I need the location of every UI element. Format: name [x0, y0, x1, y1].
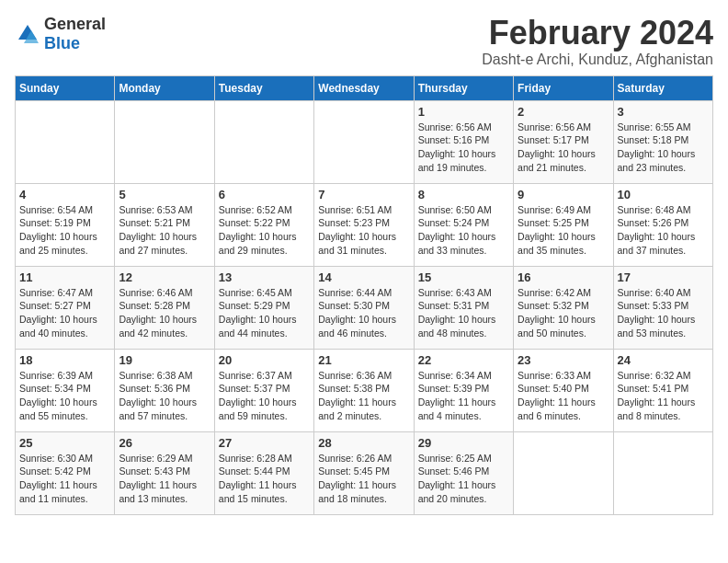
weekday-header-cell: Wednesday: [314, 75, 414, 100]
calendar-day-cell: 5Sunrise: 6:53 AMSunset: 5:21 PMDaylight…: [115, 183, 214, 266]
weekday-header-cell: Thursday: [414, 75, 513, 100]
weekday-header-cell: Friday: [514, 75, 613, 100]
calendar-day-cell: 23Sunrise: 6:33 AMSunset: 5:40 PMDayligh…: [514, 349, 613, 431]
day-info: Sunrise: 6:42 AMSunset: 5:32 PMDaylight:…: [518, 286, 609, 340]
day-number: 22: [418, 353, 509, 367]
day-info: Sunrise: 6:45 AMSunset: 5:29 PMDaylight:…: [219, 286, 310, 340]
day-info: Sunrise: 6:29 AMSunset: 5:43 PMDaylight:…: [119, 452, 210, 506]
day-info: Sunrise: 6:39 AMSunset: 5:34 PMDaylight:…: [19, 369, 110, 423]
day-number: 17: [618, 270, 709, 284]
day-number: 7: [318, 188, 409, 201]
day-info: Sunrise: 6:56 AMSunset: 5:16 PMDaylight:…: [418, 121, 509, 175]
calendar-body: 1Sunrise: 6:56 AMSunset: 5:16 PMDaylight…: [16, 100, 713, 514]
day-info: Sunrise: 6:37 AMSunset: 5:37 PMDaylight:…: [219, 369, 310, 423]
day-number: 11: [19, 270, 110, 284]
weekday-header-cell: Monday: [115, 75, 214, 100]
calendar-day-cell: 14Sunrise: 6:44 AMSunset: 5:30 PMDayligh…: [314, 266, 414, 349]
day-number: 6: [219, 188, 310, 201]
day-number: 23: [518, 353, 609, 367]
calendar-day-cell: 8Sunrise: 6:50 AMSunset: 5:24 PMDaylight…: [414, 183, 513, 266]
day-info: Sunrise: 6:36 AMSunset: 5:38 PMDaylight:…: [318, 369, 409, 423]
title-block: February 2024 Dasht-e Archi, Kunduz, Afg…: [482, 15, 713, 68]
day-number: 8: [418, 188, 509, 201]
calendar-day-cell: 7Sunrise: 6:51 AMSunset: 5:23 PMDaylight…: [314, 183, 414, 266]
calendar-day-cell: 3Sunrise: 6:55 AMSunset: 5:18 PMDaylight…: [613, 100, 712, 183]
day-number: 10: [618, 188, 709, 201]
day-info: Sunrise: 6:25 AMSunset: 5:46 PMDaylight:…: [418, 452, 509, 506]
day-info: Sunrise: 6:46 AMSunset: 5:28 PMDaylight:…: [119, 286, 210, 340]
day-number: 16: [518, 270, 609, 284]
calendar-day-cell: 1Sunrise: 6:56 AMSunset: 5:16 PMDaylight…: [414, 100, 513, 183]
day-info: Sunrise: 6:33 AMSunset: 5:40 PMDaylight:…: [518, 369, 609, 423]
day-number: 21: [318, 353, 409, 367]
day-info: Sunrise: 6:32 AMSunset: 5:41 PMDaylight:…: [618, 369, 709, 423]
day-number: 27: [219, 436, 310, 450]
calendar-day-cell: 27Sunrise: 6:28 AMSunset: 5:44 PMDayligh…: [214, 431, 313, 514]
calendar-day-cell: 25Sunrise: 6:30 AMSunset: 5:42 PMDayligh…: [16, 431, 115, 514]
day-number: 2: [518, 105, 609, 119]
calendar-day-cell: 20Sunrise: 6:37 AMSunset: 5:37 PMDayligh…: [214, 349, 313, 431]
day-number: 15: [418, 270, 509, 284]
calendar-day-cell: [314, 100, 414, 183]
calendar-week-row: 4Sunrise: 6:54 AMSunset: 5:19 PMDaylight…: [16, 183, 713, 266]
day-info: Sunrise: 6:51 AMSunset: 5:23 PMDaylight:…: [318, 203, 409, 258]
calendar-day-cell: 11Sunrise: 6:47 AMSunset: 5:27 PMDayligh…: [16, 266, 115, 349]
day-number: 25: [19, 436, 110, 450]
calendar-day-cell: 26Sunrise: 6:29 AMSunset: 5:43 PMDayligh…: [115, 431, 214, 514]
day-number: 24: [618, 353, 709, 367]
calendar-day-cell: [16, 100, 115, 183]
day-number: 13: [219, 270, 310, 284]
day-number: 19: [119, 353, 210, 367]
calendar-day-cell: 4Sunrise: 6:54 AMSunset: 5:19 PMDaylight…: [16, 183, 115, 266]
logo: General Blue: [15, 15, 106, 53]
day-number: 29: [418, 436, 509, 450]
calendar-week-row: 1Sunrise: 6:56 AMSunset: 5:16 PMDaylight…: [16, 100, 713, 183]
calendar-day-cell: 28Sunrise: 6:26 AMSunset: 5:45 PMDayligh…: [314, 431, 414, 514]
calendar-day-cell: 18Sunrise: 6:39 AMSunset: 5:34 PMDayligh…: [16, 349, 115, 431]
calendar-day-cell: 15Sunrise: 6:43 AMSunset: 5:31 PMDayligh…: [414, 266, 513, 349]
day-number: 14: [318, 270, 409, 284]
day-info: Sunrise: 6:26 AMSunset: 5:45 PMDaylight:…: [318, 452, 409, 506]
day-info: Sunrise: 6:53 AMSunset: 5:21 PMDaylight:…: [119, 203, 210, 258]
day-info: Sunrise: 6:56 AMSunset: 5:17 PMDaylight:…: [518, 121, 609, 175]
day-number: 4: [19, 188, 110, 201]
day-number: 18: [19, 353, 110, 367]
sub-title: Dasht-e Archi, Kunduz, Afghanistan: [482, 52, 713, 68]
day-info: Sunrise: 6:50 AMSunset: 5:24 PMDaylight:…: [418, 203, 509, 258]
calendar-day-cell: 22Sunrise: 6:34 AMSunset: 5:39 PMDayligh…: [414, 349, 513, 431]
day-number: 20: [219, 353, 310, 367]
page-header: General Blue February 2024 Dasht-e Archi…: [15, 15, 713, 68]
calendar-day-cell: 21Sunrise: 6:36 AMSunset: 5:38 PMDayligh…: [314, 349, 414, 431]
calendar-day-cell: 6Sunrise: 6:52 AMSunset: 5:22 PMDaylight…: [214, 183, 313, 266]
calendar-day-cell: [115, 100, 214, 183]
day-info: Sunrise: 6:55 AMSunset: 5:18 PMDaylight:…: [618, 121, 709, 175]
logo-icon: [15, 21, 40, 47]
calendar-day-cell: 12Sunrise: 6:46 AMSunset: 5:28 PMDayligh…: [115, 266, 214, 349]
weekday-header-cell: Sunday: [16, 75, 115, 100]
day-info: Sunrise: 6:30 AMSunset: 5:42 PMDaylight:…: [19, 452, 110, 506]
day-info: Sunrise: 6:44 AMSunset: 5:30 PMDaylight:…: [318, 286, 409, 340]
day-info: Sunrise: 6:40 AMSunset: 5:33 PMDaylight:…: [618, 286, 709, 340]
calendar-week-row: 18Sunrise: 6:39 AMSunset: 5:34 PMDayligh…: [16, 349, 713, 431]
calendar-day-cell: [514, 431, 613, 514]
day-info: Sunrise: 6:49 AMSunset: 5:25 PMDaylight:…: [518, 203, 609, 258]
day-info: Sunrise: 6:43 AMSunset: 5:31 PMDaylight:…: [418, 286, 509, 340]
calendar-day-cell: 10Sunrise: 6:48 AMSunset: 5:26 PMDayligh…: [613, 183, 712, 266]
day-info: Sunrise: 6:47 AMSunset: 5:27 PMDaylight:…: [19, 286, 110, 340]
calendar-week-row: 25Sunrise: 6:30 AMSunset: 5:42 PMDayligh…: [16, 431, 713, 514]
calendar-day-cell: [214, 100, 313, 183]
calendar-day-cell: 13Sunrise: 6:45 AMSunset: 5:29 PMDayligh…: [214, 266, 313, 349]
calendar-week-row: 11Sunrise: 6:47 AMSunset: 5:27 PMDayligh…: [16, 266, 713, 349]
day-info: Sunrise: 6:34 AMSunset: 5:39 PMDaylight:…: [418, 369, 509, 423]
day-number: 26: [119, 436, 210, 450]
calendar-day-cell: 2Sunrise: 6:56 AMSunset: 5:17 PMDaylight…: [514, 100, 613, 183]
calendar-day-cell: 16Sunrise: 6:42 AMSunset: 5:32 PMDayligh…: [514, 266, 613, 349]
weekday-header-cell: Saturday: [613, 75, 712, 100]
weekday-header-cell: Tuesday: [214, 75, 313, 100]
calendar-day-cell: [613, 431, 712, 514]
day-info: Sunrise: 6:52 AMSunset: 5:22 PMDaylight:…: [219, 203, 310, 258]
main-title: February 2024: [482, 15, 713, 52]
calendar-day-cell: 19Sunrise: 6:38 AMSunset: 5:36 PMDayligh…: [115, 349, 214, 431]
calendar-day-cell: 24Sunrise: 6:32 AMSunset: 5:41 PMDayligh…: [613, 349, 712, 431]
calendar-table: SundayMondayTuesdayWednesdayThursdayFrid…: [15, 75, 713, 515]
